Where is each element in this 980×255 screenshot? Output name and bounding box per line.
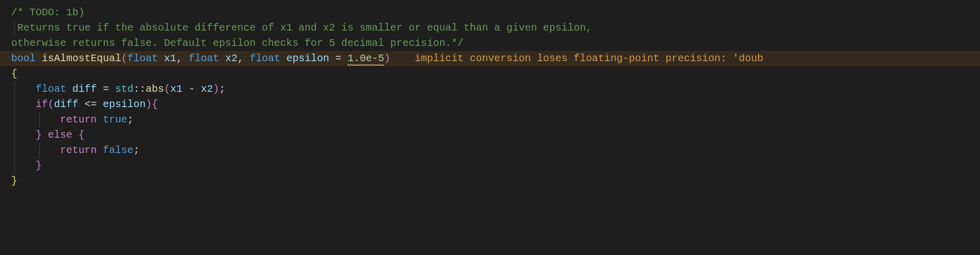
code-line: float diff = std::abs(x1 - x2);	[0, 82, 980, 97]
inline-warning-text: implicit conversion loses floating-point…	[415, 53, 763, 64]
param-type: float	[127, 53, 158, 64]
code-line: }	[0, 158, 980, 173]
else-keyword: else	[48, 129, 72, 141]
var-ref: diff	[54, 98, 78, 110]
code-line-highlighted: bool isAlmostEqual(float x1, float x2, f…	[0, 51, 980, 66]
param-name: epsilon	[286, 53, 329, 64]
open-brace: {	[11, 68, 17, 80]
comma: ,	[176, 53, 188, 64]
open-brace: {	[152, 98, 158, 110]
comment-text: /* TODO: 1b)	[11, 7, 85, 18]
close-brace: }	[11, 175, 17, 187]
code-line: Returns true if the absolute difference …	[0, 20, 980, 36]
param-name: x2	[225, 53, 237, 64]
code-line: if(diff <= epsilon){	[0, 97, 980, 112]
semicolon: ;	[219, 83, 225, 95]
if-keyword: if	[36, 98, 48, 110]
bool-literal: true	[103, 114, 127, 125]
close-paren: )	[146, 98, 152, 110]
open-paren: (	[48, 98, 54, 110]
code-line: /* TODO: 1b)	[0, 5, 980, 20]
code-line: }	[0, 173, 980, 189]
open-paren: (	[121, 53, 127, 64]
semicolon: ;	[133, 144, 140, 156]
function-call: abs	[146, 83, 164, 95]
return-keyword: return	[60, 114, 97, 125]
code-line: return false;	[0, 143, 980, 158]
function-name: isAlmostEqual	[42, 53, 121, 64]
open-paren: (	[164, 83, 170, 95]
code-line: return true;	[0, 112, 980, 128]
comment-text: Returns true if the absolute difference …	[11, 22, 592, 34]
var-name: diff	[72, 83, 97, 95]
assign-op: =	[97, 83, 115, 95]
code-line: {	[0, 66, 980, 82]
default-value: 1.0e-5	[347, 53, 384, 64]
assign-op: =	[329, 53, 347, 64]
bool-literal: false	[103, 144, 133, 156]
open-brace: {	[78, 129, 85, 141]
var-ref: epsilon	[103, 98, 146, 110]
code-line: otherwise returns false. Default epsilon…	[0, 36, 980, 51]
le-op: <=	[78, 98, 103, 110]
comma: ,	[237, 53, 250, 64]
param-type: float	[188, 53, 219, 64]
code-editor[interactable]: /* TODO: 1b) Returns true if the absolut…	[0, 0, 980, 189]
return-keyword: return	[60, 144, 97, 156]
close-brace: }	[36, 129, 42, 141]
close-paren: )	[384, 53, 390, 64]
scope-op: ::	[133, 83, 146, 95]
var-ref: x1	[170, 83, 182, 95]
minus-op: -	[182, 83, 201, 95]
semicolon: ;	[127, 114, 133, 125]
warning-squiggle[interactable]: 1.0e-5	[347, 51, 384, 66]
return-type: bool	[11, 53, 36, 64]
close-brace: }	[36, 160, 42, 171]
code-line: } else {	[0, 128, 980, 143]
param-name: x1	[164, 53, 176, 64]
var-ref: x2	[201, 83, 213, 95]
close-paren: )	[213, 83, 219, 95]
param-type: float	[250, 53, 280, 64]
comment-text: otherwise returns false. Default epsilon…	[11, 37, 464, 49]
var-type: float	[36, 83, 66, 95]
namespace: std	[115, 83, 133, 95]
